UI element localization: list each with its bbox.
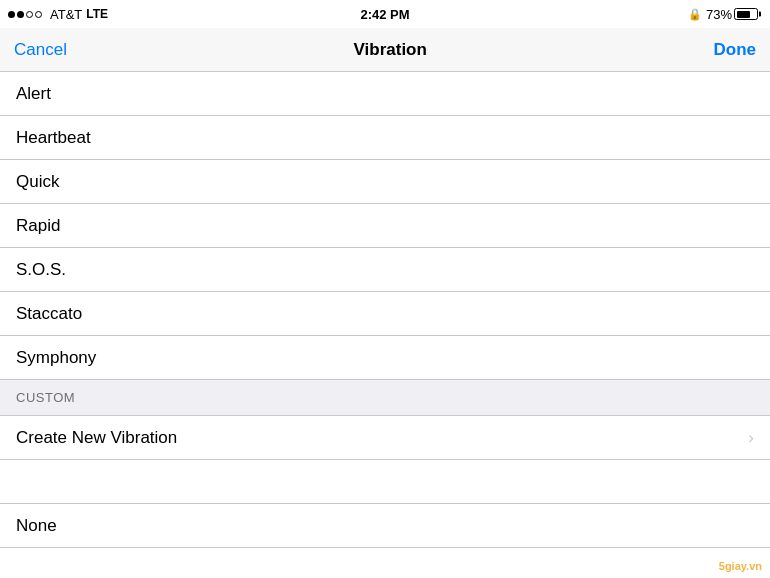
done-button[interactable]: Done: [713, 40, 756, 60]
list-item[interactable]: Symphony: [0, 336, 770, 380]
network-type: LTE: [86, 7, 108, 21]
list-item[interactable]: Quick: [0, 160, 770, 204]
list-item[interactable]: Staccato: [0, 292, 770, 336]
navigation-bar: Cancel Vibration Done: [0, 28, 770, 72]
status-right: 🔒 73%: [688, 7, 758, 22]
list-item[interactable]: Rapid: [0, 204, 770, 248]
battery-icon: [734, 8, 758, 20]
list-item-label: Alert: [16, 84, 51, 104]
battery-container: 73%: [706, 7, 758, 22]
list-item-label: None: [16, 516, 57, 536]
signal-dot-1: [8, 11, 15, 18]
signal-dot-3: [26, 11, 33, 18]
list-item-label: Rapid: [16, 216, 60, 236]
list-item-label: Heartbeat: [16, 128, 91, 148]
list-item[interactable]: Alert: [0, 72, 770, 116]
empty-row: [0, 460, 770, 504]
vibration-list: Alert Heartbeat Quick Rapid S.O.S. Stacc…: [0, 72, 770, 548]
list-item-label: Staccato: [16, 304, 82, 324]
list-item[interactable]: None: [0, 504, 770, 548]
custom-section-header: CUSTOM: [0, 380, 770, 416]
lock-icon: 🔒: [688, 8, 702, 21]
signal-dot-4: [35, 11, 42, 18]
create-new-vibration-item[interactable]: Create New Vibration ›: [0, 416, 770, 460]
signal-icon: [8, 11, 42, 18]
status-bar: AT&T LTE 2:42 PM 🔒 73%: [0, 0, 770, 28]
carrier-text: AT&T: [50, 7, 82, 22]
list-item-label: Symphony: [16, 348, 96, 368]
chevron-right-icon: ›: [748, 428, 754, 448]
nav-title: Vibration: [354, 40, 427, 60]
watermark: 5giay.vn: [719, 560, 762, 572]
custom-section-label: CUSTOM: [16, 390, 75, 405]
list-item-label: S.O.S.: [16, 260, 66, 280]
battery-fill: [737, 11, 751, 18]
cancel-button[interactable]: Cancel: [14, 40, 67, 60]
status-time: 2:42 PM: [360, 7, 409, 22]
list-item-label: Quick: [16, 172, 59, 192]
list-item[interactable]: S.O.S.: [0, 248, 770, 292]
create-new-vibration-label: Create New Vibration: [16, 428, 177, 448]
signal-dot-2: [17, 11, 24, 18]
list-item[interactable]: Heartbeat: [0, 116, 770, 160]
status-left: AT&T LTE: [8, 7, 108, 22]
battery-percent: 73%: [706, 7, 732, 22]
